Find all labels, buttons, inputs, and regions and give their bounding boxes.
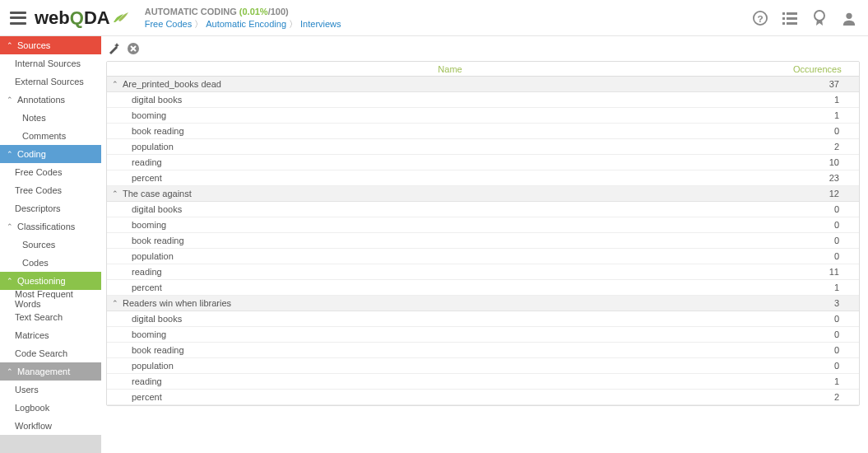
table-row[interactable]: digital books0 — [107, 311, 859, 327]
table-row[interactable]: reading1 — [107, 374, 859, 390]
row-name: book reading — [132, 345, 810, 355]
col-occurrences[interactable]: Occurences — [793, 64, 859, 74]
row-occ: 2 — [810, 392, 859, 402]
sidebar-section-label: Questioning — [17, 276, 66, 286]
chevron-up-icon: ⌃ — [112, 189, 118, 198]
sidebar-section-sources[interactable]: ⌃Sources — [0, 36, 101, 54]
table-row[interactable]: book reading0 — [107, 343, 859, 358]
sidebar-item-internal-sources[interactable]: Internal Sources — [0, 54, 101, 72]
table-row[interactable]: book reading0 — [107, 124, 859, 139]
group-name: Are_printed_books dead — [123, 79, 810, 89]
table-row[interactable]: booming0 — [107, 327, 859, 343]
svg-rect-3 — [787, 12, 797, 15]
table-row[interactable]: percent2 — [107, 390, 859, 405]
sidebar-section-classifications[interactable]: ⌃Classifications — [0, 217, 101, 236]
row-name: percent — [132, 173, 810, 183]
list-icon[interactable] — [782, 11, 797, 26]
table-group[interactable]: ⌃Are_printed_books dead37 — [107, 77, 859, 92]
sidebar-section-annotations[interactable]: ⌃Annotations — [0, 91, 101, 109]
chevron-up-icon: ⌃ — [7, 367, 13, 376]
chevron-up-icon: ⌃ — [112, 80, 118, 88]
table-row[interactable]: booming1 — [107, 108, 859, 124]
table-row[interactable]: percent23 — [107, 170, 859, 186]
sidebar-item-text-search[interactable]: Text Search — [0, 308, 101, 326]
sidebar-section-coding[interactable]: ⌃Coding — [0, 145, 101, 163]
row-name: digital books — [132, 204, 810, 214]
results-table: Name Occurences ⌃Are_printed_books dead3… — [106, 61, 860, 406]
sidebar: ⌃Sources Internal Sources External Sourc… — [0, 36, 101, 453]
sidebar-section-label: Management — [17, 367, 70, 376]
sidebar-section-management[interactable]: ⌃Management — [0, 362, 101, 381]
award-icon[interactable] — [812, 11, 827, 26]
table-row[interactable]: digital books1 — [107, 92, 859, 108]
table-row[interactable]: digital books0 — [107, 202, 859, 217]
svg-text:?: ? — [757, 13, 763, 24]
row-name: book reading — [132, 126, 810, 136]
user-icon[interactable] — [842, 11, 856, 26]
sidebar-item-logbook[interactable]: Logbook — [0, 399, 101, 417]
row-occ: 1 — [810, 95, 859, 105]
sidebar-item-matrices[interactable]: Matrices — [0, 326, 101, 344]
sidebar-item-notes[interactable]: Notes — [0, 109, 101, 127]
table-row[interactable]: book reading0 — [107, 233, 859, 249]
sidebar-item-code-search[interactable]: Code Search — [0, 344, 101, 362]
row-name: reading — [132, 267, 810, 277]
row-name: booming — [132, 110, 810, 120]
table-group[interactable]: ⌃Readers win when libraries3 — [107, 296, 859, 311]
sidebar-item-tree-codes[interactable]: Tree Codes — [0, 181, 101, 199]
table-row[interactable]: reading11 — [107, 264, 859, 280]
sidebar-section-label: Coding — [17, 149, 46, 159]
row-occ: 0 — [810, 204, 859, 214]
table-row[interactable]: reading10 — [107, 155, 859, 170]
close-icon[interactable] — [126, 41, 141, 56]
magic-wand-icon[interactable] — [106, 41, 121, 56]
row-occ: 0 — [810, 361, 859, 371]
row-name: booming — [132, 329, 810, 339]
table-row[interactable]: population0 — [107, 249, 859, 264]
menu-icon[interactable] — [10, 12, 26, 25]
table-group[interactable]: ⌃The case against12 — [107, 186, 859, 202]
row-occ: 0 — [810, 220, 859, 230]
header: webQDA AUTOMATIC CODING (0.01%/100) Free… — [0, 0, 868, 36]
logo[interactable]: webQDA — [35, 7, 130, 29]
table-row[interactable]: percent1 — [107, 280, 859, 296]
sidebar-item-users[interactable]: Users — [0, 381, 101, 399]
row-occ: 0 — [810, 314, 859, 324]
table-row[interactable]: booming0 — [107, 217, 859, 233]
toolbar — [106, 41, 860, 56]
sidebar-section-label: Classifications — [17, 222, 75, 231]
table-header: Name Occurences — [107, 62, 859, 77]
title-block: AUTOMATIC CODING (0.01%/100) Free Codes〉… — [145, 6, 341, 30]
row-occ: 0 — [810, 329, 859, 339]
row-name: population — [132, 142, 810, 152]
row-name: reading — [132, 157, 810, 167]
svg-rect-4 — [782, 17, 785, 20]
breadcrumb-link[interactable]: Interviews — [300, 19, 341, 29]
svg-rect-5 — [787, 17, 797, 20]
table-body: ⌃Are_printed_books dead37digital books1b… — [107, 77, 859, 405]
svg-rect-7 — [787, 22, 797, 25]
sidebar-item-free-codes[interactable]: Free Codes — [0, 163, 101, 181]
row-name: percent — [132, 283, 810, 292]
sidebar-item-external-sources[interactable]: External Sources — [0, 72, 101, 91]
row-occ: 1 — [810, 376, 859, 386]
chevron-up-icon: ⌃ — [7, 150, 13, 158]
row-name: population — [132, 251, 810, 261]
sidebar-item-cls-sources[interactable]: Sources — [0, 236, 101, 254]
sidebar-item-workflow[interactable]: Workflow — [0, 417, 101, 435]
sidebar-item-descriptors[interactable]: Descriptors — [0, 199, 101, 217]
col-name[interactable]: Name — [107, 64, 793, 74]
breadcrumb-link[interactable]: Free Codes — [145, 19, 192, 29]
header-actions: ? — [753, 0, 856, 36]
sidebar-item-comments[interactable]: Comments — [0, 127, 101, 145]
table-row[interactable]: population2 — [107, 139, 859, 155]
row-occ: 1 — [810, 283, 859, 292]
sidebar-section-label: Sources — [17, 40, 50, 50]
sidebar-section-questioning[interactable]: ⌃Questioning — [0, 272, 101, 290]
table-row[interactable]: population0 — [107, 358, 859, 374]
sidebar-item-mfw[interactable]: Most Frequent Words — [0, 290, 101, 308]
group-name: The case against — [123, 189, 810, 198]
breadcrumb-link[interactable]: Automatic Encoding — [206, 19, 286, 29]
help-icon[interactable]: ? — [753, 11, 768, 26]
sidebar-item-cls-codes[interactable]: Codes — [0, 254, 101, 272]
